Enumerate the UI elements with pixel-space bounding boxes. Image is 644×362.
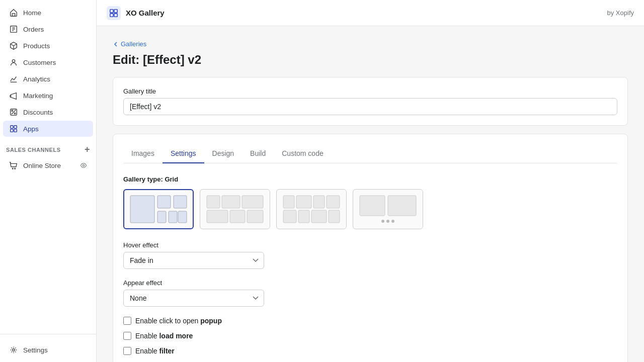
- sidebar-item-online-store[interactable]: Online Store: [3, 157, 93, 173]
- checkbox-filter-label[interactable]: Enable filter: [135, 347, 175, 355]
- grid-preview-2: [205, 194, 265, 225]
- svg-rect-39: [296, 196, 311, 208]
- checkbox-filter-row: Enable filter: [123, 347, 617, 355]
- svg-rect-29: [157, 211, 166, 223]
- gallery-option-3[interactable]: [276, 189, 347, 229]
- svg-point-49: [386, 220, 389, 223]
- sidebar-item-customers[interactable]: Customers: [3, 54, 93, 70]
- sidebar: Home Orders Products Customers Analytics…: [0, 0, 97, 362]
- hover-effect-select[interactable]: None Fade in Zoom in Slide up: [123, 252, 264, 269]
- svg-point-19: [15, 168, 16, 169]
- checkbox-popup-label[interactable]: Enable click to open popup: [135, 317, 222, 325]
- sidebar-item-settings-label: Settings: [23, 346, 48, 354]
- online-store-icon: [9, 161, 18, 170]
- sidebar-item-products[interactable]: Products: [3, 38, 93, 54]
- checkbox-popup-row: Enable click to open popup: [123, 317, 617, 325]
- svg-point-50: [391, 220, 394, 223]
- svg-rect-16: [11, 129, 13, 132]
- orders-icon: [9, 25, 18, 34]
- sidebar-item-home-label: Home: [23, 9, 41, 17]
- checkbox-popup[interactable]: [123, 317, 131, 325]
- topbar: XO Gallery by Xopify: [97, 0, 644, 26]
- checkbox-filter[interactable]: [123, 347, 131, 355]
- home-icon: [9, 8, 18, 17]
- svg-rect-23: [114, 9, 117, 12]
- svg-rect-38: [283, 196, 294, 208]
- svg-rect-43: [298, 210, 309, 223]
- gallery-option-1[interactable]: [123, 189, 194, 229]
- breadcrumb-text: Galleries: [121, 40, 146, 48]
- svg-rect-17: [14, 129, 17, 132]
- sidebar-item-analytics[interactable]: Analytics: [3, 71, 93, 87]
- svg-point-20: [83, 164, 85, 166]
- sidebar-item-discounts[interactable]: Discounts: [3, 104, 93, 120]
- svg-rect-33: [222, 196, 240, 208]
- gallery-option-2[interactable]: [200, 189, 270, 229]
- svg-rect-26: [130, 196, 154, 223]
- svg-rect-40: [313, 196, 325, 208]
- svg-point-21: [13, 349, 15, 351]
- svg-rect-44: [311, 210, 327, 223]
- grid-preview-1: [128, 194, 189, 225]
- marketing-icon: [9, 91, 18, 100]
- checkbox-load-more[interactable]: [123, 332, 131, 340]
- tab-custom-code[interactable]: Custom code: [274, 144, 331, 163]
- add-sales-channel-icon[interactable]: +: [85, 144, 90, 155]
- svg-point-11: [14, 113, 16, 114]
- sidebar-item-products-label: Products: [23, 42, 50, 50]
- grid-preview-4: [358, 194, 418, 225]
- svg-rect-24: [110, 13, 113, 16]
- sidebar-item-apps[interactable]: Apps: [3, 121, 93, 137]
- appear-effect-group: Appear effect None Fade in Slide up Zoom…: [123, 279, 617, 307]
- svg-line-6: [11, 44, 14, 46]
- page-title: Edit: [Effect] v2: [113, 53, 628, 67]
- tab-images[interactable]: Images: [123, 144, 163, 163]
- svg-point-18: [12, 168, 13, 169]
- sidebar-item-orders[interactable]: Orders: [3, 21, 93, 37]
- breadcrumb[interactable]: Galleries: [113, 40, 628, 48]
- topbar-left: XO Gallery: [107, 6, 165, 20]
- app-name: XO Gallery: [126, 9, 165, 17]
- tab-build[interactable]: Build: [242, 144, 274, 163]
- svg-line-12: [12, 110, 16, 115]
- sidebar-item-customers-label: Customers: [23, 59, 56, 66]
- app-icon: [107, 6, 121, 20]
- sidebar-item-discounts-label: Discounts: [23, 109, 53, 116]
- checkbox-load-more-label[interactable]: Enable load more: [135, 332, 193, 340]
- gallery-option-4[interactable]: [353, 189, 423, 229]
- svg-rect-37: [247, 210, 263, 223]
- sidebar-item-settings[interactable]: Settings: [3, 342, 93, 358]
- tab-settings[interactable]: Settings: [163, 144, 204, 163]
- tabs-container: Images Settings Design Build Custom code: [123, 144, 617, 163]
- sidebar-item-home[interactable]: Home: [3, 5, 93, 21]
- gallery-title-input[interactable]: [123, 98, 617, 115]
- svg-rect-47: [388, 196, 416, 216]
- tab-design[interactable]: Design: [204, 144, 243, 163]
- sidebar-item-apps-label: Apps: [23, 125, 39, 133]
- settings-card: Images Settings Design Build Custom code…: [113, 134, 628, 362]
- apps-icon: [9, 124, 18, 133]
- customers-icon: [9, 58, 18, 67]
- svg-rect-46: [360, 196, 385, 216]
- discounts-icon: [9, 108, 18, 117]
- chevron-left-icon: [113, 41, 119, 47]
- svg-rect-28: [174, 196, 187, 208]
- sidebar-item-marketing[interactable]: Marketing: [3, 87, 93, 104]
- settings-icon: [9, 345, 18, 354]
- svg-rect-31: [178, 211, 187, 223]
- main-content: XO Gallery by Xopify Galleries Edit: [Ef…: [97, 0, 644, 362]
- products-icon: [9, 41, 18, 50]
- svg-rect-14: [11, 126, 13, 128]
- svg-rect-27: [157, 196, 171, 208]
- online-store-label: Online Store: [23, 162, 61, 169]
- svg-point-8: [12, 60, 15, 62]
- hover-effect-group: Hover effect None Fade in Zoom in Slide …: [123, 241, 617, 269]
- svg-rect-25: [114, 13, 117, 16]
- analytics-icon: [9, 74, 18, 83]
- settings-section-divider: [0, 334, 96, 341]
- svg-point-48: [381, 220, 384, 223]
- sidebar-item-analytics-label: Analytics: [23, 75, 50, 83]
- appear-effect-label: Appear effect: [123, 279, 617, 287]
- svg-rect-30: [169, 211, 177, 223]
- appear-effect-select[interactable]: None Fade in Slide up Zoom in: [123, 290, 264, 307]
